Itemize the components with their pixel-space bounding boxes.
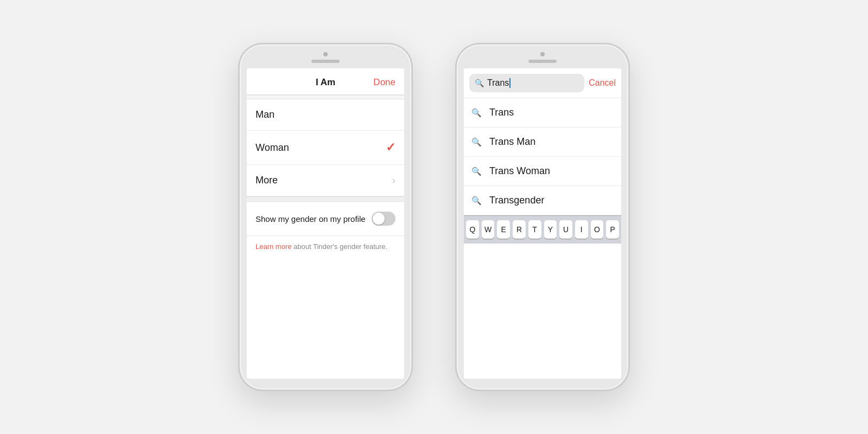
key-p[interactable]: P [606,220,619,239]
toggle-label: Show my gender on my profile [256,214,366,224]
list-item-man-label: Man [256,109,275,120]
list-item-more-label: More [256,175,278,186]
search-icon: 🔍 [475,79,484,87]
key-o[interactable]: O [591,220,604,239]
text-cursor [509,78,510,88]
result-item-trans-man[interactable]: 🔍 Trans Man [464,127,621,157]
search-value: Trans [487,78,509,88]
key-w[interactable]: W [482,220,495,239]
list-item-more[interactable]: More › [247,165,404,196]
learn-more-link[interactable]: Learn more [256,242,291,251]
list-item-woman-label: Woman [256,142,289,154]
camera-left [323,52,328,56]
camera-right [540,52,545,56]
left-phone: I Am Done Man Woman ✓ More › [239,43,412,391]
toggle-row: Show my gender on my profile [247,202,404,236]
section-divider [247,196,404,202]
footer-text: about Tinder's gender feature. [291,242,387,251]
right-screen: 🔍 Trans Cancel 🔍 Trans 🔍 Trans Man 🔍 Tra… [464,68,621,379]
result-search-icon-2: 🔍 [471,137,482,147]
key-r[interactable]: R [513,220,526,239]
list-item-woman[interactable]: Woman ✓ [247,131,404,165]
scene: I Am Done Man Woman ✓ More › [0,0,868,434]
done-button[interactable]: Done [373,77,395,88]
search-bar-row: 🔍 Trans Cancel [464,68,621,98]
result-item-transgender[interactable]: 🔍 Transgender [464,186,621,215]
keyboard: Q W E R T Y U I O P [464,215,621,244]
result-search-icon-1: 🔍 [471,108,482,118]
phone-top-left [240,44,411,63]
key-e[interactable]: E [497,220,510,239]
key-i[interactable]: I [575,220,588,239]
result-search-icon-3: 🔍 [471,167,482,176]
result-label-trans-woman: Trans Woman [489,165,550,177]
search-input-wrap[interactable]: 🔍 Trans [469,74,584,92]
key-q[interactable]: Q [466,220,479,239]
left-screen: I Am Done Man Woman ✓ More › [247,68,404,379]
key-u[interactable]: U [559,220,572,239]
gender-toggle[interactable] [372,212,395,226]
speaker-right [528,60,557,63]
result-search-icon-4: 🔍 [471,196,482,206]
search-input[interactable]: Trans [487,78,510,88]
result-label-trans-man: Trans Man [489,136,535,148]
key-t[interactable]: T [528,220,541,239]
list-item-man[interactable]: Man [247,99,404,131]
result-item-trans-woman[interactable]: 🔍 Trans Woman [464,157,621,186]
checkmark-icon: ✓ [386,141,395,155]
chevron-right-icon: › [392,175,395,186]
result-label-trans: Trans [489,107,514,118]
cancel-button[interactable]: Cancel [589,78,616,88]
result-item-trans[interactable]: 🔍 Trans [464,98,621,127]
keyboard-row-top: Q W E R T Y U I O P [466,220,619,239]
phone-top-right [457,44,628,63]
learn-more-row: Learn more about Tinder's gender feature… [247,236,404,257]
screen-title: I Am [316,77,335,88]
result-label-transgender: Transgender [489,195,544,206]
screen-header: I Am Done [247,68,404,95]
speaker-left [311,60,340,63]
right-phone: 🔍 Trans Cancel 🔍 Trans 🔍 Trans Man 🔍 Tra… [456,43,629,391]
key-y[interactable]: Y [544,220,557,239]
list-section-top [247,95,404,99]
